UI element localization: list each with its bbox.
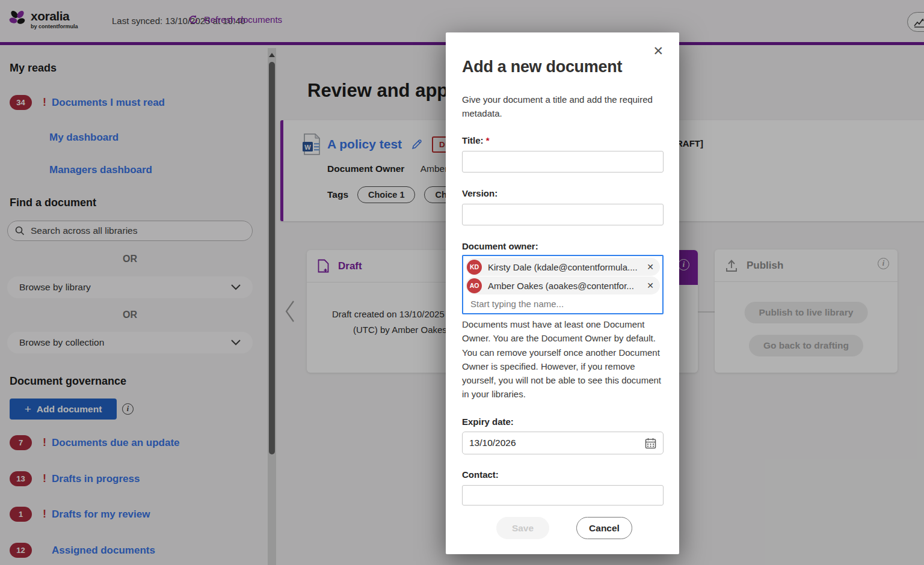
- owner-help-text: Documents must have at least one Documen…: [462, 317, 664, 402]
- calendar-icon[interactable]: [645, 438, 656, 449]
- expiry-date-field-label: Expiry date:: [462, 417, 514, 427]
- required-asterisk: *: [486, 135, 490, 145]
- remove-owner-icon[interactable]: ✕: [647, 262, 654, 272]
- save-button[interactable]: Save: [496, 517, 549, 539]
- cancel-button[interactable]: Cancel: [576, 517, 632, 539]
- title-field-label: Title:: [462, 135, 484, 145]
- add-document-modal: ✕ Add a new document Give your document …: [446, 32, 679, 554]
- expiry-date-input[interactable]: [462, 432, 664, 454]
- document-owner-field-label: Document owner:: [462, 241, 538, 251]
- contact-input[interactable]: [462, 485, 664, 505]
- version-field-label: Version:: [462, 188, 497, 198]
- owner-chip: AO Amber Oakes (aoakes@contentfor... ✕: [466, 276, 660, 295]
- app-window: xoralia by contentformula Last synced: 1…: [0, 0, 924, 565]
- close-icon[interactable]: ✕: [653, 44, 664, 57]
- avatar: AO: [467, 278, 482, 293]
- owner-search-input[interactable]: [466, 295, 660, 312]
- contact-field-label: Contact:: [462, 469, 499, 480]
- document-owner-picker[interactable]: KD Kirsty Dale (kdale@contentformula....…: [462, 255, 664, 314]
- avatar: KD: [467, 260, 482, 275]
- owner-chip: KD Kirsty Dale (kdale@contentformula....…: [466, 258, 660, 276]
- owner-chip-name: Amber Oakes (aoakes@contentfor...: [488, 281, 642, 291]
- remove-owner-icon[interactable]: ✕: [647, 281, 654, 290]
- title-input[interactable]: [462, 151, 664, 173]
- version-input[interactable]: [462, 204, 664, 225]
- modal-title: Add a new document: [462, 58, 622, 76]
- owner-chip-name: Kirsty Dale (kdale@contentformula....: [488, 262, 642, 272]
- modal-description: Give your document a title and add the r…: [462, 93, 664, 120]
